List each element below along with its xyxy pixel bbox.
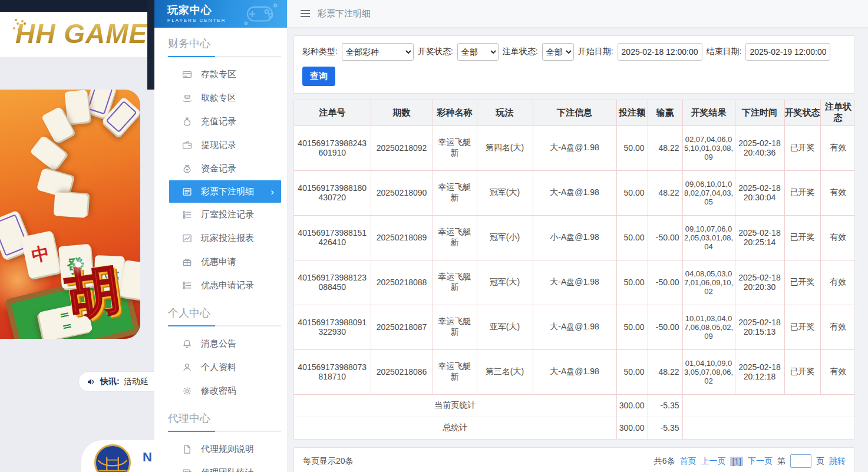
cell-period: 20250218086 bbox=[371, 349, 433, 394]
sidebar-item-promo-apply[interactable]: 优惠申请 bbox=[154, 250, 287, 273]
sidebar-item-recharge-records[interactable]: 充值记录 bbox=[154, 110, 287, 133]
lottery-type-select[interactable]: 全部彩种 bbox=[342, 43, 414, 61]
bets-table-card: 注单号期数彩种名称玩法下注信息投注额输赢开奖结果下注时间开奖状态注单状态 401… bbox=[293, 100, 855, 440]
column-header-period: 期数 bbox=[371, 100, 433, 126]
cell-draw_status: 已开奖 bbox=[784, 170, 820, 215]
cell-play: 第三名(大) bbox=[477, 349, 533, 394]
cell-bet_info: 大-A盘@1.98 bbox=[533, 126, 616, 170]
column-header-amount: 投注额 bbox=[616, 100, 648, 126]
deposit-card-icon bbox=[182, 70, 192, 80]
cell-bet_time: 2025-02-18 20:20:30 bbox=[735, 260, 784, 305]
cell-draw_result: 04,08,05,03,07,01,06,09,10,02 bbox=[682, 260, 735, 305]
sidebar-item-label: 充值记录 bbox=[201, 116, 236, 127]
sidebar-item-label: 修改密码 bbox=[201, 385, 236, 397]
hu-character: 胡 bbox=[61, 252, 125, 332]
end-date-input[interactable] bbox=[745, 43, 830, 61]
draw-status-select[interactable]: 全部 bbox=[457, 43, 499, 61]
table-row: 40156917398824360191020250218092幸运飞艇新第四名… bbox=[294, 126, 855, 170]
sidebar-item-funds-records[interactable]: 资金记录 bbox=[154, 157, 287, 180]
summary-empty bbox=[682, 417, 855, 439]
sidebar-item-lottery-bet-details[interactable]: 彩票下注明细› bbox=[169, 180, 281, 203]
column-header-play: 玩法 bbox=[477, 100, 533, 126]
sidebar-item-label: 优惠申请记录 bbox=[201, 280, 254, 291]
summary-amount: 300.00 bbox=[616, 394, 648, 417]
sidebar-item-label: 玩家投注报表 bbox=[201, 233, 254, 244]
summary-label: 总统计 bbox=[294, 417, 616, 439]
sidebar-item-promo-apply-records[interactable]: 优惠申请记录 bbox=[154, 273, 287, 297]
jump-page-input[interactable] bbox=[790, 454, 811, 468]
lottery-list-icon bbox=[182, 187, 192, 197]
table-header-row: 注单号期数彩种名称玩法下注信息投注额输赢开奖结果下注时间开奖状态注单状态 bbox=[294, 100, 855, 126]
sparkle bbox=[75, 262, 81, 268]
cell-play: 第四名(大) bbox=[477, 126, 533, 170]
hall-list-icon bbox=[182, 210, 192, 220]
ticker-label: 快讯: bbox=[100, 377, 120, 387]
ticker-text: 活动延 bbox=[124, 377, 148, 387]
column-header-win_loss: 输赢 bbox=[648, 100, 682, 126]
sidebar-item-label: 厅室投注记录 bbox=[201, 209, 254, 220]
cell-bet_status: 有效 bbox=[820, 260, 855, 305]
search-button[interactable]: 查询 bbox=[302, 67, 335, 86]
cell-amount: 50.00 bbox=[616, 349, 648, 394]
next-page-link[interactable]: 下一页 bbox=[748, 456, 773, 467]
sidebar-item-label: 资金记录 bbox=[201, 163, 236, 174]
news-ticker[interactable]: 快讯: 活动延 bbox=[78, 371, 154, 392]
sidebar-item-profile[interactable]: 个人资料 bbox=[154, 355, 287, 379]
cell-bet_id: 401569173988073818710 bbox=[294, 349, 371, 394]
sidebar-item-label: 提现记录 bbox=[201, 140, 236, 151]
sidebar-item-announcements[interactable]: 消息公告 bbox=[154, 332, 287, 355]
cell-play: 冠军(小) bbox=[477, 215, 533, 260]
sidebar-item-label: 存款专区 bbox=[201, 69, 236, 80]
page: HH GAME 中 發 八萬 ‖ ‖ bbox=[0, 0, 868, 472]
news-icon bbox=[182, 468, 192, 472]
doc-icon bbox=[182, 444, 192, 454]
start-date-input[interactable] bbox=[618, 43, 702, 61]
sidebar-item-label: 彩票下注明细 bbox=[201, 186, 254, 197]
cell-bet_info: 大-A盘@1.98 bbox=[533, 260, 616, 305]
cell-bet_info: 小-A盘@1.98 bbox=[533, 215, 616, 260]
lottery-type-label: 彩种类型: bbox=[302, 47, 338, 57]
cell-period: 20250218090 bbox=[371, 170, 433, 215]
sidebar-item-deposit-zone[interactable]: 存款专区 bbox=[154, 62, 287, 86]
sidebar: 玩家中心 PLAYERS CENTER 财务中心存款专区取款专区充值记录提现记录… bbox=[154, 0, 288, 472]
sidebar-item-player-bet-report[interactable]: 玩家投注报表 bbox=[154, 226, 287, 250]
sidebar-item-change-password[interactable]: 修改密码 bbox=[154, 379, 287, 402]
mahjong-tile bbox=[64, 90, 90, 124]
cell-draw_result: 10,01,03,04,07,06,08,05,02,09 bbox=[682, 305, 735, 349]
jump-button[interactable]: 跳转 bbox=[829, 456, 846, 467]
pagination-bar: 每页显示20条 共6条 首页 上一页 [1] 下一页 第 页 跳转 bbox=[293, 447, 855, 472]
menu-toggle-icon[interactable] bbox=[301, 10, 310, 17]
section-title: 代理中心 bbox=[168, 411, 287, 425]
cell-bet_status: 有效 bbox=[820, 126, 855, 170]
table-row: 40156917398807381871020250218086幸运飞艇新第三名… bbox=[294, 349, 855, 394]
cell-draw_result: 09,10,07,06,02,05,03,01,08,04 bbox=[682, 215, 735, 260]
sidebar-item-agent-rules[interactable]: 代理规则说明 bbox=[154, 437, 287, 461]
cell-play: 冠军(大) bbox=[477, 260, 533, 305]
cell-lottery: 幸运飞艇新 bbox=[433, 170, 477, 215]
mahjong-tile bbox=[54, 192, 88, 218]
table-row: 40156917398818043072020250218090幸运飞艇新冠军(… bbox=[294, 170, 855, 215]
first-page-link[interactable]: 首页 bbox=[679, 456, 696, 467]
badge-letter: N bbox=[143, 450, 152, 465]
current-page-indicator[interactable]: [1] bbox=[730, 457, 743, 466]
end-date-label: 结束日期: bbox=[707, 47, 742, 57]
bell-icon bbox=[182, 339, 192, 349]
cell-lottery: 幸运飞艇新 bbox=[433, 215, 477, 260]
sidebar-item-label: 取款专区 bbox=[201, 93, 236, 104]
cell-period: 20250218088 bbox=[371, 260, 433, 305]
section-title: 财务中心 bbox=[168, 37, 287, 51]
bet-status-select[interactable]: 全部 bbox=[542, 43, 574, 61]
sidebar-item-label: 优惠申请 bbox=[201, 256, 236, 268]
cell-play: 亚军(大) bbox=[477, 305, 533, 349]
sidebar-item-withdrawal-records[interactable]: 提现记录 bbox=[154, 133, 287, 157]
sidebar-item-withdraw-zone[interactable]: 取款专区 bbox=[154, 86, 287, 110]
sidebar-item-hall-bet-records[interactable]: 厅室投注记录 bbox=[154, 203, 287, 226]
cell-amount: 50.00 bbox=[616, 260, 648, 305]
sidebar-item-agent-team-stats[interactable]: 代理团队统计 bbox=[154, 461, 287, 472]
table-row: 40156917398812308845020250218088幸运飞艇新冠军(… bbox=[294, 260, 855, 305]
cell-draw_result: 09,06,10,01,08,02,07,04,03,05 bbox=[682, 170, 735, 215]
cell-period: 20250218092 bbox=[371, 126, 433, 170]
prev-page-link[interactable]: 上一页 bbox=[701, 456, 725, 467]
cell-amount: 50.00 bbox=[616, 126, 648, 170]
promo-banner: 中 發 八萬 ‖ ‖ 胡 bbox=[0, 90, 140, 339]
